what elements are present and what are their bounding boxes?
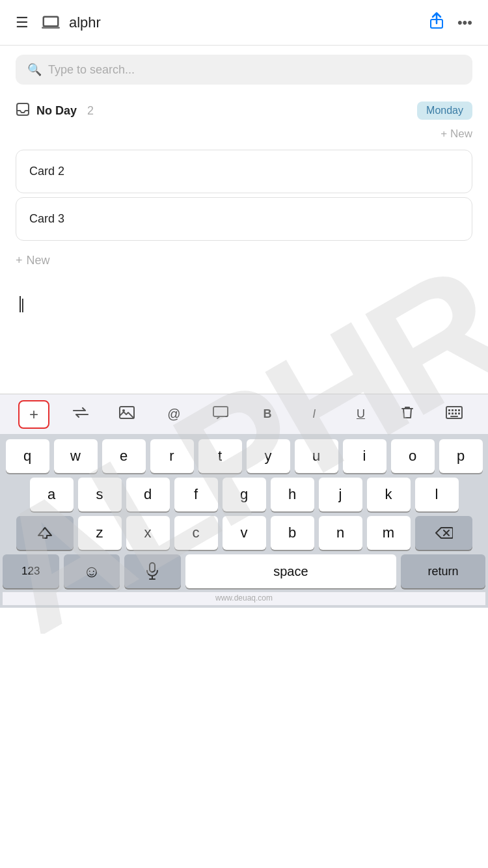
search-bar[interactable]: 🔍 Type to search... xyxy=(16,55,472,85)
key-r[interactable]: r xyxy=(150,439,194,473)
svg-rect-4 xyxy=(17,103,29,115)
toolbar-repeat-button[interactable] xyxy=(65,400,96,429)
keyboard: q w e r t y u i o p a s d f g h j k l z … xyxy=(0,434,488,608)
key-delete[interactable] xyxy=(415,516,472,550)
day-badge: Monday xyxy=(417,102,472,120)
toolbar: + @ B I U xyxy=(0,394,488,434)
toolbar-underline-button[interactable]: U xyxy=(345,400,376,429)
svg-rect-2 xyxy=(42,27,60,29)
key-emoji[interactable]: ☺ xyxy=(64,554,120,588)
key-f[interactable]: f xyxy=(174,478,218,511)
key-return[interactable]: return xyxy=(401,554,485,588)
key-w[interactable]: w xyxy=(54,439,98,473)
key-s[interactable]: s xyxy=(78,478,122,511)
bottom-new-label: New xyxy=(27,254,50,267)
mention-icon: @ xyxy=(167,407,180,422)
header-actions: ••• xyxy=(429,12,472,34)
toolbar-mention-button[interactable]: @ xyxy=(158,400,189,429)
svg-rect-10 xyxy=(452,409,454,411)
bold-icon: B xyxy=(263,407,271,421)
key-t[interactable]: t xyxy=(198,439,242,473)
key-x[interactable]: x xyxy=(126,516,170,550)
key-row-3: z x c v b n m xyxy=(3,516,485,550)
toolbar-trash-button[interactable] xyxy=(392,400,423,429)
card-2[interactable]: Card 2 xyxy=(16,150,472,193)
laptop-icon xyxy=(39,11,62,34)
share-icon[interactable] xyxy=(429,12,444,34)
key-j[interactable]: j xyxy=(319,478,362,511)
key-space[interactable]: space xyxy=(185,554,397,588)
italic-icon: I xyxy=(312,407,316,421)
inbox-icon xyxy=(16,102,30,120)
svg-rect-11 xyxy=(455,409,457,411)
right-new-button-row: + New xyxy=(0,128,488,146)
key-u[interactable]: u xyxy=(295,439,338,473)
svg-rect-13 xyxy=(448,413,450,414)
key-p[interactable]: p xyxy=(439,439,483,473)
svg-rect-18 xyxy=(150,563,155,572)
key-b[interactable]: b xyxy=(271,516,314,550)
key-h[interactable]: h xyxy=(271,478,314,511)
page-title: alphr xyxy=(69,14,429,31)
key-123[interactable]: 123 xyxy=(3,554,59,588)
key-k[interactable]: k xyxy=(367,478,411,511)
card-3-title: Card 3 xyxy=(29,212,64,225)
key-y[interactable]: y xyxy=(247,439,290,473)
key-c[interactable]: c xyxy=(174,516,218,550)
comment-icon xyxy=(212,405,229,423)
key-g[interactable]: g xyxy=(223,478,266,511)
svg-rect-9 xyxy=(448,409,450,411)
key-n[interactable]: n xyxy=(319,516,362,550)
key-shift[interactable] xyxy=(16,516,74,550)
card-3[interactable]: Card 3 xyxy=(16,197,472,241)
text-cursor: | xyxy=(20,296,25,312)
toolbar-image-button[interactable] xyxy=(111,400,142,429)
toolbar-plus-button[interactable]: + xyxy=(18,400,49,429)
right-new-label: + New xyxy=(441,128,472,141)
trash-icon xyxy=(400,405,414,424)
menu-icon[interactable]: ☰ xyxy=(16,14,29,31)
key-v[interactable]: v xyxy=(223,516,266,550)
toolbar-bold-button[interactable]: B xyxy=(252,400,283,429)
right-new-button[interactable]: Monday xyxy=(417,102,472,120)
key-o[interactable]: o xyxy=(391,439,435,473)
key-row-bottom: 123 ☺ space return xyxy=(3,554,485,588)
key-i[interactable]: i xyxy=(343,439,386,473)
header: ☰ alphr ••• xyxy=(0,0,488,46)
toolbar-comment-button[interactable] xyxy=(205,400,236,429)
svg-rect-16 xyxy=(458,413,460,414)
key-z[interactable]: z xyxy=(78,516,122,550)
right-new-btn[interactable]: + New xyxy=(441,128,472,141)
key-q[interactable]: q xyxy=(6,439,49,473)
text-cursor-area[interactable]: | xyxy=(0,277,488,394)
svg-rect-14 xyxy=(452,413,454,414)
key-e[interactable]: e xyxy=(102,439,146,473)
search-icon: 🔍 xyxy=(27,62,42,77)
toolbar-keyboard-button[interactable] xyxy=(439,400,470,429)
content-area: ALPHR No Day 2 Monday + New Card 2 Card … xyxy=(0,94,488,394)
section-title: No Day xyxy=(36,104,77,118)
key-a[interactable]: a xyxy=(30,478,74,511)
key-row-2: a s d f g h j k l xyxy=(3,478,485,511)
underline-icon: U xyxy=(357,407,365,421)
key-l[interactable]: l xyxy=(415,478,459,511)
svg-rect-12 xyxy=(458,409,460,411)
key-mic[interactable] xyxy=(124,554,181,588)
key-row-1: q w e r t y u i o p xyxy=(3,439,485,473)
key-m[interactable]: m xyxy=(367,516,411,550)
repeat-icon xyxy=(72,405,89,423)
section-count: 2 xyxy=(87,104,94,118)
svg-rect-1 xyxy=(44,18,57,25)
toolbar-italic-button[interactable]: I xyxy=(299,400,330,429)
svg-rect-7 xyxy=(213,407,228,416)
bottom-new-button[interactable]: + New xyxy=(0,245,488,277)
image-icon xyxy=(118,405,135,423)
more-icon[interactable]: ••• xyxy=(457,14,472,31)
svg-rect-15 xyxy=(455,413,457,414)
card-2-title: Card 2 xyxy=(29,165,64,178)
key-d[interactable]: d xyxy=(126,478,170,511)
url-bar: www.deuaq.com xyxy=(3,592,485,605)
svg-rect-17 xyxy=(450,416,458,417)
search-placeholder: Type to search... xyxy=(48,63,135,77)
section-header: No Day 2 Monday xyxy=(0,94,488,128)
